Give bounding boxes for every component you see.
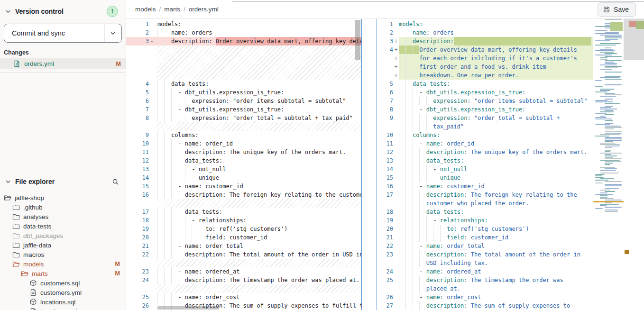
code-line-14[interactable]: 14 - not_null (377, 165, 593, 173)
minimap-line (605, 211, 618, 212)
tree-item-data-tests[interactable]: data-tests (0, 221, 126, 231)
code-line-16[interactable]: 16 description: The foreign key relating… (126, 191, 361, 199)
code-line-6[interactable]: 6 - dbt_utils.expression_is_true: (377, 88, 593, 97)
tree-item-models[interactable]: modelsM (0, 259, 126, 269)
code-line-24[interactable]: 24 - name: ordered_at (377, 267, 593, 276)
tree-item-analyses[interactable]: analyses (0, 212, 126, 221)
code-line-1[interactable]: 1models: (377, 20, 593, 28)
tree-item-.github[interactable]: .github (0, 202, 126, 212)
code-line-19[interactable]: 19 to: ref('stg_customers') (126, 225, 361, 233)
code-line-8[interactable]: 8 expression: "order_total = subtotal + … (126, 114, 361, 122)
breadcrumb-item-orders.yml[interactable]: orders.yml (189, 6, 219, 13)
diff-sign (149, 173, 155, 182)
code-line-16[interactable]: 16 - name: customer_id (377, 182, 593, 191)
code-line-11[interactable]: 11 - name: order_id (377, 139, 593, 148)
tree-item-locations.sql[interactable]: locations.sql (0, 297, 126, 307)
code-line-2[interactable]: 2 - name: orders (377, 28, 593, 37)
code-line-13[interactable]: 13 - not_null (126, 165, 361, 173)
code-line-wrap[interactable]: + for each order inlcluding if it's a cu… (377, 54, 593, 63)
code-line-9[interactable]: 9 expression: "order_total = subtotal + (377, 114, 593, 122)
code-line-24[interactable]: 24 description: The timestamp the order … (126, 276, 361, 284)
breadcrumb: models/marts/orders.yml (135, 6, 219, 13)
code-line-1[interactable]: 1models: (126, 20, 361, 28)
commit-button-label[interactable]: Commit and sync (4, 24, 104, 42)
code-line-wrap[interactable]: + first order and a food vs. drink item (377, 63, 593, 71)
code-line-wrap[interactable]: placed at. (377, 284, 593, 293)
code-line-7[interactable]: 7 - dbt_utils.expression_is_true: (126, 105, 361, 114)
minimap[interactable] (593, 19, 624, 310)
tree-item-macros[interactable]: macros (0, 250, 126, 259)
code-line-4[interactable]: 4+ Order overview data mart, offering ke… (377, 46, 593, 54)
left-pane-vertical-scrollbar[interactable] (355, 20, 360, 60)
gutter: 16 (377, 182, 399, 191)
code-line-5[interactable]: 5 data_tests: (377, 80, 593, 88)
tree-item-customers.sql[interactable]: customers.sql (0, 278, 126, 288)
code-line-25[interactable]: 25 description: The timestamp the order … (377, 276, 593, 284)
code-line-20[interactable]: 20 to: ref('stg_customers') (377, 225, 593, 233)
gutter: 13 (377, 156, 399, 165)
code-line-4[interactable]: 4 data_tests: (126, 80, 361, 88)
changed-file-row[interactable]: orders.yml M (0, 58, 126, 69)
search-icon[interactable] (112, 178, 119, 185)
line-number (377, 122, 393, 131)
code-line-27[interactable]: 27 description: The sum of supply expens… (377, 301, 593, 310)
code-line-9[interactable]: 9 columns: (126, 131, 361, 139)
tree-item-locations.yml[interactable]: locations.yml (0, 307, 126, 310)
line-number: 22 (126, 250, 149, 259)
minimap-line (605, 154, 611, 155)
line-number: 10 (126, 139, 149, 148)
overview-ruler (624, 19, 644, 310)
diff-pane-original[interactable]: 1models:2 - name: orders3- description: … (126, 19, 361, 310)
code-line-22[interactable]: 22 - name: order_total (377, 242, 593, 250)
code-line-wrap[interactable]: + breakdown. One row per order. (377, 71, 593, 80)
breadcrumb-item-models[interactable]: models (135, 6, 156, 13)
code-line-15[interactable]: 15 - name: customer_id (126, 182, 361, 191)
tree-item-jaffle-data[interactable]: jaffle-data (0, 240, 126, 250)
left-pane-horizontal-scrollbar[interactable] (157, 306, 219, 310)
code-line-19[interactable]: 19 - relationships: (377, 216, 593, 225)
code-line-17[interactable]: 17 description: The foreign key relating… (377, 191, 593, 199)
code-line-21[interactable]: 21 field: customer_id (377, 233, 593, 242)
commit-options-caret[interactable] (104, 24, 121, 42)
code-line-7[interactable]: 7 expression: "order_items_subtotal = su… (377, 97, 593, 105)
code-line-17[interactable]: 17 data_tests: (126, 208, 361, 216)
code-line-10[interactable]: 10 columns: (377, 131, 593, 139)
code-line-15[interactable]: 15 - unique (377, 173, 593, 182)
code-line-13[interactable]: 13 data_tests: (377, 156, 593, 165)
code-line-12[interactable]: 12 data_tests: (126, 156, 361, 165)
code-line-wrap[interactable]: tax_paid" (377, 122, 593, 131)
tree-item-marts[interactable]: martsM (0, 269, 126, 278)
code-line-14[interactable]: 14 - unique (126, 173, 361, 182)
code-line-12[interactable]: 12 description: The unique key of the or… (377, 148, 593, 156)
code-line-25[interactable]: 25 - name: order_cost (126, 293, 361, 301)
chevron-down-icon[interactable] (5, 178, 11, 185)
code-line-22[interactable]: 22 description: The total amount of the … (126, 250, 361, 259)
code-line-8[interactable]: 8 - dbt_utils.expression_is_true: (377, 105, 593, 114)
code-line-3[interactable]: 3+ description: (377, 37, 593, 46)
code-line-23[interactable]: 23 description: The total amount of the … (377, 250, 593, 259)
code-line-11[interactable]: 11 description: The unique key of the or… (126, 148, 361, 156)
code-line-23[interactable]: 23 - name: ordered_at (126, 267, 361, 276)
commit-and-sync-button[interactable]: Commit and sync (4, 24, 122, 43)
code-line-3[interactable]: 3- description: Order overview data mart… (126, 37, 361, 46)
code-line-20[interactable]: 20 field: customer_id (126, 233, 361, 242)
code-line-6[interactable]: 6 expression: "order_items_subtotal = su… (126, 97, 361, 105)
tree-item-jaffle-shop[interactable]: jaffle-shop (0, 193, 126, 202)
code-line-wrap[interactable]: USD including tax. (377, 259, 593, 267)
diff-pane-modified[interactable]: 1models:2 - name: orders3+ description:4… (377, 19, 593, 310)
save-button[interactable]: Save (598, 2, 636, 17)
tree-item-customers.yml[interactable]: customers.yml (0, 288, 126, 297)
code-line-10[interactable]: 10 - name: order_id (126, 139, 361, 148)
code-line-26[interactable]: 26 - name: order_cost (377, 293, 593, 301)
tree-item-label: dbt_packages (23, 232, 126, 239)
code-line-21[interactable]: 21 - name: order_total (126, 242, 361, 250)
chevron-down-icon[interactable] (5, 8, 11, 15)
code-line-wrap[interactable]: customer who placed the order. (377, 199, 593, 208)
code-line-18[interactable]: 18 - relationships: (126, 216, 361, 225)
code-line-5[interactable]: 5 - dbt_utils.expression_is_true: (126, 88, 361, 97)
gutter: 17 (377, 191, 399, 199)
code-line-2[interactable]: 2 - name: orders (126, 28, 361, 37)
tree-item-dbt_packages[interactable]: dbt_packages (0, 231, 126, 240)
code-line-18[interactable]: 18 data_tests: (377, 208, 593, 216)
breadcrumb-item-marts[interactable]: marts (164, 6, 180, 13)
